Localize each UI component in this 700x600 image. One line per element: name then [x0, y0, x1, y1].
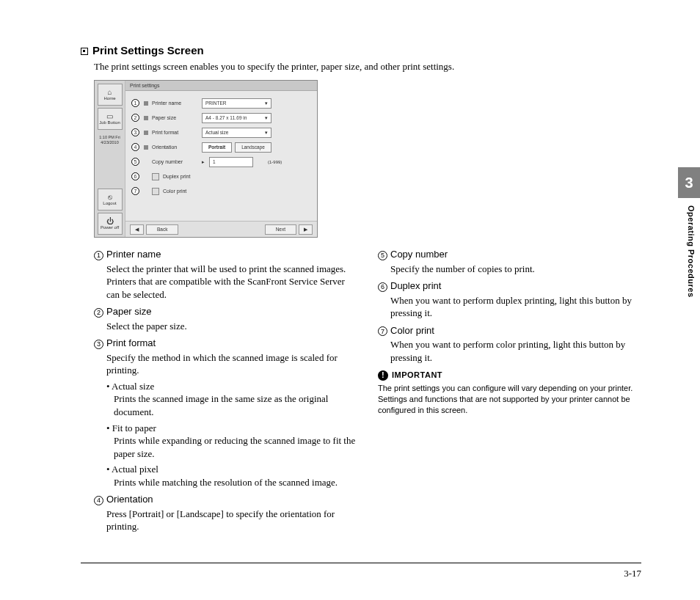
ss-row-paper-size: 2 Paper size A4 - 8.27 x 11.69 in▾ [131, 111, 311, 124]
color-checkbox[interactable] [152, 188, 159, 195]
ss-poweroff-button[interactable]: ⏻Power off [98, 213, 123, 235]
next-arrow-button[interactable]: ▶ [299, 224, 313, 235]
item-duplex-print: 6Duplex print When you want to perform d… [378, 279, 641, 320]
sub-actual-size: • Actual sizePrints the scanned image in… [106, 380, 357, 419]
ss-logout-button[interactable]: ⎋Logout [98, 189, 123, 211]
right-column: 5Copy number Specify the number of copie… [378, 248, 641, 538]
sub-actual-pixel: • Actual pixelPrints while matching the … [106, 463, 357, 489]
circled-7-icon: 7 [378, 326, 387, 336]
circled-1-icon: 1 [94, 251, 103, 260]
print-format-dropdown[interactable]: Actual size▾ [202, 128, 271, 138]
callout-7: 7 [131, 187, 139, 195]
printer-name-dropdown[interactable]: PRINTER▾ [202, 98, 271, 109]
home-icon: ⌂ [107, 89, 112, 96]
landscape-button[interactable]: Landscape [235, 142, 271, 153]
chevron-down-icon: ▾ [265, 100, 268, 106]
chevron-down-icon: ▾ [265, 130, 268, 136]
ss-title: Print settings [125, 81, 317, 91]
footer-rule [81, 563, 641, 563]
copy-number-input[interactable]: 1 [209, 157, 253, 167]
important-heading: !IMPORTANT [378, 370, 641, 381]
ss-row-printer-name: 1 Printer name PRINTER▾ [131, 97, 311, 109]
circled-5-icon: 5 [378, 251, 387, 260]
ss-row-orientation: 4 Orientation PortraitLandscape [131, 141, 311, 153]
item-copy-number: 5Copy number Specify the number of copie… [378, 248, 641, 275]
logout-icon: ⎋ [108, 194, 112, 201]
circled-3-icon: 3 [94, 340, 103, 349]
exclamation-icon: ! [378, 370, 388, 381]
callout-3: 3 [131, 128, 139, 136]
page-number: 3-17 [624, 568, 641, 579]
circled-6-icon: 6 [378, 282, 387, 292]
circled-2-icon: 2 [94, 308, 103, 318]
ss-row-copy-number: 5 Copy number ▸ 1 (1-999) [131, 156, 311, 168]
ss-row-color: 7 Color print [131, 185, 311, 197]
chapter-tab: 3 [678, 167, 700, 198]
callout-5: 5 [131, 158, 139, 166]
job-icon: ▭ [106, 113, 113, 120]
chevron-right-icon: ▸ [202, 159, 205, 165]
next-button[interactable]: Next [265, 224, 296, 235]
circled-4-icon: 4 [94, 496, 103, 505]
chapter-label: Operating Procedures [687, 205, 696, 298]
ss-row-duplex: 6 Duplex print [131, 170, 311, 183]
sub-fit-to-paper: • Fit to paperPrints while expanding or … [106, 422, 357, 461]
power-icon: ⏻ [106, 218, 114, 225]
callout-6: 6 [131, 172, 139, 180]
ss-sidebar: ⌂Home ▭Job Button 1:10 PM Fri4/23/2010 ⎋… [95, 81, 125, 237]
duplex-checkbox[interactable] [152, 173, 159, 180]
paper-size-dropdown[interactable]: A4 - 8.27 x 11.69 in▾ [202, 113, 271, 123]
item-print-format: 3Print format Specify the method in whic… [94, 337, 357, 489]
item-printer-name: 1Printer name Select the printer that wi… [94, 248, 357, 301]
ss-row-print-format: 3 Print format Actual size▾ [131, 126, 311, 139]
callout-2: 2 [131, 114, 139, 122]
section-heading: Print Settings Screen [81, 44, 641, 56]
ss-datetime: 1:10 PM Fri4/23/2010 [99, 135, 120, 145]
print-settings-screenshot: ⌂Home ▭Job Button 1:10 PM Fri4/23/2010 ⎋… [94, 80, 318, 238]
callout-1: 1 [131, 99, 139, 107]
ss-jobbutton-button[interactable]: ▭Job Button [98, 108, 123, 130]
item-color-print: 7Color print When you want to perform co… [378, 324, 641, 365]
item-orientation: 4Orientation Press [Portrait] or [Landsc… [94, 493, 357, 533]
item-paper-size: 2Paper size Select the paper size. [94, 305, 357, 332]
ss-home-button[interactable]: ⌂Home [98, 84, 123, 106]
ss-footer: ◀Back Next▶ [125, 221, 317, 237]
important-body: The print settings you can configure wil… [378, 383, 641, 416]
section-bullet-icon [81, 48, 88, 55]
section-title-text: Print Settings Screen [92, 44, 204, 56]
left-column: 1Printer name Select the printer that wi… [94, 248, 357, 538]
chevron-down-icon: ▾ [265, 115, 268, 121]
back-button[interactable]: Back [146, 224, 178, 235]
back-arrow-button[interactable]: ◀ [130, 224, 144, 235]
section-intro: The print settings screen enables you to… [94, 61, 641, 73]
callout-4: 4 [131, 143, 139, 151]
portrait-button[interactable]: Portrait [202, 142, 232, 153]
